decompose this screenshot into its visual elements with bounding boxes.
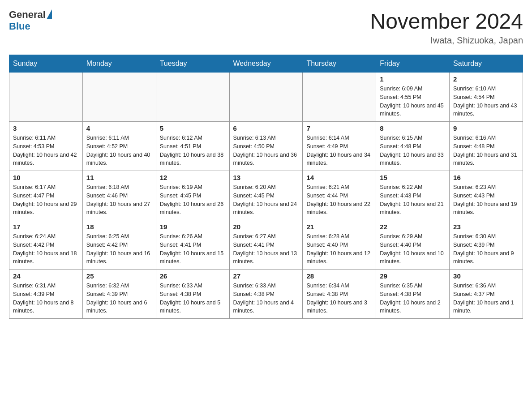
calendar-day-cell: 1Sunrise: 6:09 AMSunset: 4:55 PMDaylight… xyxy=(376,73,450,122)
day-number: 7 xyxy=(306,124,372,132)
calendar-day-cell: 26Sunrise: 6:33 AMSunset: 4:38 PMDayligh… xyxy=(156,270,229,319)
weekday-header-wednesday: Wednesday xyxy=(229,55,303,73)
day-info: Sunrise: 6:13 AMSunset: 4:50 PMDaylight:… xyxy=(233,134,299,167)
calendar-table: SundayMondayTuesdayWednesdayThursdayFrid… xyxy=(9,55,523,319)
calendar-day-cell xyxy=(9,73,83,122)
calendar-day-cell: 14Sunrise: 6:21 AMSunset: 4:44 PMDayligh… xyxy=(303,171,376,220)
calendar-day-cell: 23Sunrise: 6:30 AMSunset: 4:39 PMDayligh… xyxy=(450,220,523,270)
day-info: Sunrise: 6:11 AMSunset: 4:52 PMDaylight:… xyxy=(86,134,152,167)
calendar-day-cell: 30Sunrise: 6:36 AMSunset: 4:37 PMDayligh… xyxy=(450,270,523,319)
day-number: 29 xyxy=(380,272,446,280)
day-info: Sunrise: 6:18 AMSunset: 4:46 PMDaylight:… xyxy=(86,183,152,217)
day-number: 30 xyxy=(453,272,519,280)
day-number: 15 xyxy=(380,174,446,181)
calendar-day-cell: 13Sunrise: 6:20 AMSunset: 4:45 PMDayligh… xyxy=(229,171,303,220)
day-info: Sunrise: 6:12 AMSunset: 4:51 PMDaylight:… xyxy=(160,134,226,167)
calendar-day-cell: 28Sunrise: 6:34 AMSunset: 4:38 PMDayligh… xyxy=(303,270,376,319)
calendar-day-cell: 12Sunrise: 6:19 AMSunset: 4:45 PMDayligh… xyxy=(156,171,229,220)
day-number: 3 xyxy=(13,124,79,132)
calendar-day-cell: 21Sunrise: 6:28 AMSunset: 4:40 PMDayligh… xyxy=(303,220,376,270)
day-info: Sunrise: 6:20 AMSunset: 4:45 PMDaylight:… xyxy=(233,183,299,217)
calendar-day-cell: 8Sunrise: 6:15 AMSunset: 4:48 PMDaylight… xyxy=(376,122,450,171)
day-number: 27 xyxy=(233,272,299,280)
title-section: November 2024 Iwata, Shizuoka, Japan xyxy=(370,9,523,46)
day-number: 17 xyxy=(13,223,79,231)
page-header: General Blue November 2024 Iwata, Shizuo… xyxy=(9,9,523,46)
weekday-header-friday: Friday xyxy=(376,55,450,73)
day-number: 19 xyxy=(160,223,226,231)
calendar-week-row: 1Sunrise: 6:09 AMSunset: 4:55 PMDaylight… xyxy=(9,73,523,122)
logo-blue-text: Blue xyxy=(9,21,30,32)
day-info: Sunrise: 6:27 AMSunset: 4:41 PMDaylight:… xyxy=(233,232,299,266)
day-number: 9 xyxy=(453,124,519,132)
day-number: 10 xyxy=(13,174,79,181)
weekday-header-tuesday: Tuesday xyxy=(156,55,229,73)
calendar-day-cell xyxy=(82,73,156,122)
logo-general-text: General xyxy=(9,9,46,21)
day-info: Sunrise: 6:29 AMSunset: 4:40 PMDaylight:… xyxy=(380,232,446,266)
day-info: Sunrise: 6:34 AMSunset: 4:38 PMDaylight:… xyxy=(306,282,372,315)
day-info: Sunrise: 6:33 AMSunset: 4:38 PMDaylight:… xyxy=(233,282,299,315)
calendar-week-row: 10Sunrise: 6:17 AMSunset: 4:47 PMDayligh… xyxy=(9,171,523,220)
calendar-day-cell: 19Sunrise: 6:26 AMSunset: 4:41 PMDayligh… xyxy=(156,220,229,270)
day-number: 6 xyxy=(233,124,299,132)
calendar-day-cell: 17Sunrise: 6:24 AMSunset: 4:42 PMDayligh… xyxy=(9,220,83,270)
day-number: 5 xyxy=(160,124,226,132)
calendar-day-cell: 15Sunrise: 6:22 AMSunset: 4:43 PMDayligh… xyxy=(376,171,450,220)
day-info: Sunrise: 6:30 AMSunset: 4:39 PMDaylight:… xyxy=(453,232,519,266)
day-number: 21 xyxy=(306,223,372,231)
day-info: Sunrise: 6:22 AMSunset: 4:43 PMDaylight:… xyxy=(380,183,446,217)
day-info: Sunrise: 6:24 AMSunset: 4:42 PMDaylight:… xyxy=(13,232,79,266)
calendar-day-cell: 29Sunrise: 6:35 AMSunset: 4:38 PMDayligh… xyxy=(376,270,450,319)
calendar-day-cell: 25Sunrise: 6:32 AMSunset: 4:39 PMDayligh… xyxy=(82,270,156,319)
day-info: Sunrise: 6:09 AMSunset: 4:55 PMDaylight:… xyxy=(380,85,446,118)
month-title: November 2024 xyxy=(370,9,523,34)
day-number: 22 xyxy=(380,223,446,231)
day-number: 26 xyxy=(160,272,226,280)
day-info: Sunrise: 6:31 AMSunset: 4:39 PMDaylight:… xyxy=(13,282,79,315)
day-info: Sunrise: 6:36 AMSunset: 4:37 PMDaylight:… xyxy=(453,282,519,315)
day-number: 24 xyxy=(13,272,79,280)
calendar-day-cell: 6Sunrise: 6:13 AMSunset: 4:50 PMDaylight… xyxy=(229,122,303,171)
day-number: 12 xyxy=(160,174,226,181)
day-info: Sunrise: 6:17 AMSunset: 4:47 PMDaylight:… xyxy=(13,183,79,217)
calendar-day-cell: 18Sunrise: 6:25 AMSunset: 4:42 PMDayligh… xyxy=(82,220,156,270)
day-info: Sunrise: 6:35 AMSunset: 4:38 PMDaylight:… xyxy=(380,282,446,315)
calendar-day-cell: 3Sunrise: 6:11 AMSunset: 4:53 PMDaylight… xyxy=(9,122,83,171)
logo: General Blue xyxy=(9,9,52,32)
calendar-week-row: 24Sunrise: 6:31 AMSunset: 4:39 PMDayligh… xyxy=(9,270,523,319)
calendar-day-cell: 27Sunrise: 6:33 AMSunset: 4:38 PMDayligh… xyxy=(229,270,303,319)
calendar-week-row: 17Sunrise: 6:24 AMSunset: 4:42 PMDayligh… xyxy=(9,220,523,270)
calendar-day-cell: 20Sunrise: 6:27 AMSunset: 4:41 PMDayligh… xyxy=(229,220,303,270)
weekday-header-sunday: Sunday xyxy=(9,55,83,73)
day-number: 1 xyxy=(380,75,446,83)
calendar-day-cell: 10Sunrise: 6:17 AMSunset: 4:47 PMDayligh… xyxy=(9,171,83,220)
day-number: 23 xyxy=(453,223,519,231)
day-number: 11 xyxy=(86,174,152,181)
day-number: 16 xyxy=(453,174,519,181)
weekday-header-saturday: Saturday xyxy=(450,55,523,73)
calendar-day-cell: 7Sunrise: 6:14 AMSunset: 4:49 PMDaylight… xyxy=(303,122,376,171)
calendar-day-cell: 22Sunrise: 6:29 AMSunset: 4:40 PMDayligh… xyxy=(376,220,450,270)
day-info: Sunrise: 6:23 AMSunset: 4:43 PMDaylight:… xyxy=(453,183,519,217)
calendar-day-cell: 16Sunrise: 6:23 AMSunset: 4:43 PMDayligh… xyxy=(450,171,523,220)
day-info: Sunrise: 6:11 AMSunset: 4:53 PMDaylight:… xyxy=(13,134,79,167)
day-info: Sunrise: 6:28 AMSunset: 4:40 PMDaylight:… xyxy=(306,232,372,266)
day-info: Sunrise: 6:32 AMSunset: 4:39 PMDaylight:… xyxy=(86,282,152,315)
day-number: 8 xyxy=(380,124,446,132)
calendar-day-cell: 24Sunrise: 6:31 AMSunset: 4:39 PMDayligh… xyxy=(9,270,83,319)
day-info: Sunrise: 6:33 AMSunset: 4:38 PMDaylight:… xyxy=(160,282,226,315)
day-number: 20 xyxy=(233,223,299,231)
day-number: 28 xyxy=(306,272,372,280)
day-info: Sunrise: 6:19 AMSunset: 4:45 PMDaylight:… xyxy=(160,183,226,217)
calendar-day-cell: 4Sunrise: 6:11 AMSunset: 4:52 PMDaylight… xyxy=(82,122,156,171)
day-info: Sunrise: 6:16 AMSunset: 4:48 PMDaylight:… xyxy=(453,134,519,167)
calendar-day-cell: 2Sunrise: 6:10 AMSunset: 4:54 PMDaylight… xyxy=(450,73,523,122)
weekday-header-monday: Monday xyxy=(82,55,156,73)
calendar-day-cell xyxy=(229,73,303,122)
day-number: 4 xyxy=(86,124,152,132)
calendar-day-cell: 9Sunrise: 6:16 AMSunset: 4:48 PMDaylight… xyxy=(450,122,523,171)
day-number: 25 xyxy=(86,272,152,280)
day-number: 18 xyxy=(86,223,152,231)
weekday-header-row: SundayMondayTuesdayWednesdayThursdayFrid… xyxy=(9,55,523,73)
